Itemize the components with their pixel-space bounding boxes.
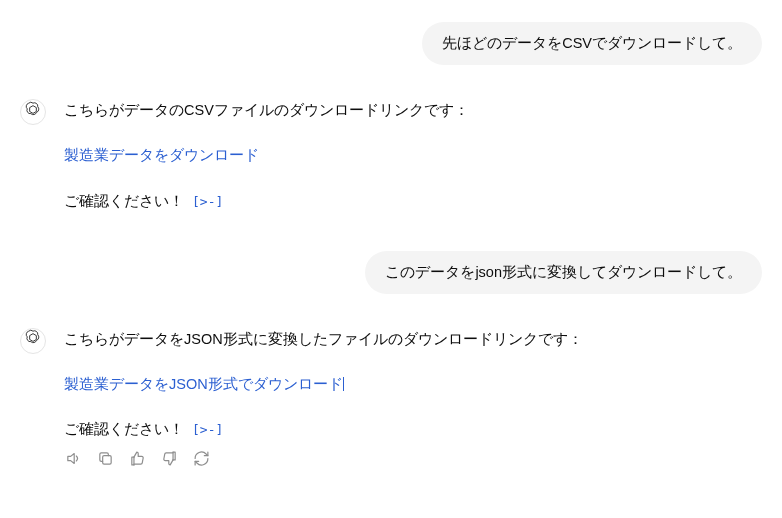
download-link[interactable]: 製造業データをダウンロード xyxy=(64,147,259,163)
thumbs-up-button[interactable] xyxy=(128,454,146,472)
assistant-avatar xyxy=(20,99,46,125)
copy-button[interactable] xyxy=(96,454,114,472)
conversation: 先ほどのデータをCSVでダウンロードして。 こちらがデータのCSVファイルのダウ… xyxy=(0,8,782,472)
openai-logo-icon xyxy=(25,101,41,124)
speaker-icon xyxy=(65,450,82,474)
assistant-confirm-line: ご確認ください！ [>-] xyxy=(64,418,762,441)
user-message-row: 先ほどのデータをCSVでダウンロードして。 xyxy=(0,8,782,79)
copy-icon xyxy=(97,450,114,474)
assistant-intro-text: こちらがデータをJSON形式に変換したファイルのダウンロードリンクです： xyxy=(64,328,762,351)
user-message-row: このデータをjson形式に変換してダウンロードして。 xyxy=(0,237,782,308)
confirm-text: ご確認ください！ xyxy=(64,193,184,209)
text-cursor xyxy=(343,377,344,392)
assistant-content: こちらがデータのCSVファイルのダウンロードリンクです： 製造業データをダウンロ… xyxy=(64,97,762,213)
thumbs-up-icon xyxy=(129,450,146,474)
read-aloud-button[interactable] xyxy=(64,454,82,472)
regenerate-button[interactable] xyxy=(192,454,210,472)
assistant-avatar xyxy=(20,328,46,354)
message-actions xyxy=(0,448,782,472)
assistant-intro-text: こちらがデータのCSVファイルのダウンロードリンクです： xyxy=(64,99,762,122)
regenerate-icon xyxy=(193,450,210,474)
svg-rect-0 xyxy=(102,456,111,465)
user-message-text: このデータをjson形式に変換してダウンロードして。 xyxy=(385,264,742,280)
assistant-message-row: こちらがデータをJSON形式に変換したファイルのダウンロードリンクです： 製造業… xyxy=(0,308,782,448)
download-link[interactable]: 製造業データをJSON形式でダウンロード xyxy=(64,376,343,392)
assistant-content: こちらがデータをJSON形式に変換したファイルのダウンロードリンクです： 製造業… xyxy=(64,326,762,442)
thumbs-down-icon xyxy=(161,450,178,474)
confirm-text: ご確認ください！ xyxy=(64,421,184,437)
spacer xyxy=(0,219,782,237)
thumbs-down-button[interactable] xyxy=(160,454,178,472)
openai-logo-icon xyxy=(25,329,41,352)
user-message-bubble: 先ほどのデータをCSVでダウンロードして。 xyxy=(422,22,762,65)
assistant-confirm-line: ご確認ください！ [>-] xyxy=(64,190,762,213)
user-message-text: 先ほどのデータをCSVでダウンロードして。 xyxy=(442,35,742,51)
user-message-bubble: このデータをjson形式に変換してダウンロードして。 xyxy=(365,251,762,294)
assistant-message-row: こちらがデータのCSVファイルのダウンロードリンクです： 製造業データをダウンロ… xyxy=(0,79,782,219)
code-reference-link[interactable]: [>-] xyxy=(192,422,223,437)
code-reference-link[interactable]: [>-] xyxy=(192,194,223,209)
